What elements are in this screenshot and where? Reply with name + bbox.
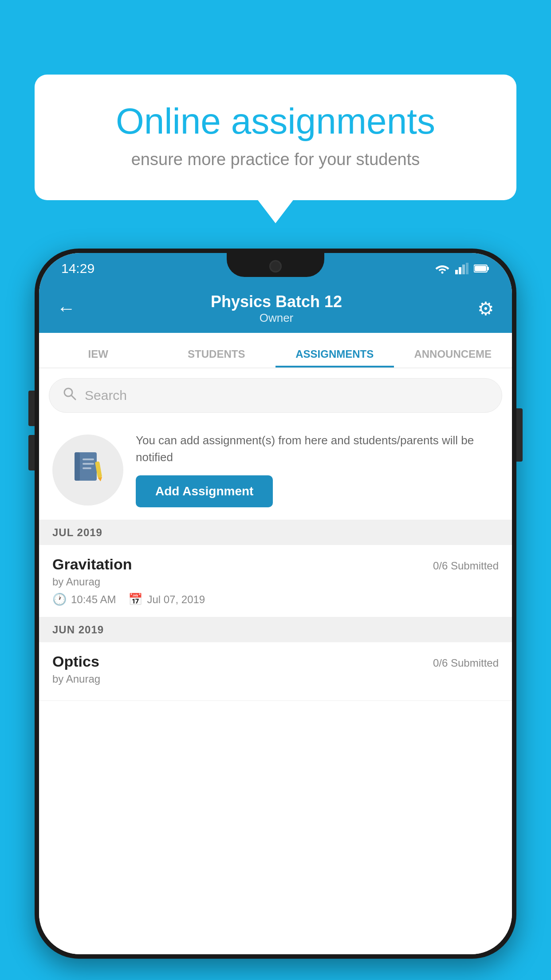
search-bar[interactable]: Search	[49, 378, 502, 413]
phone-screen: 14:29	[39, 253, 512, 954]
assignment-row1: Gravitation 0/6 Submitted	[52, 556, 499, 573]
svg-marker-16	[98, 477, 102, 482]
search-icon	[63, 387, 77, 404]
assignment-time-value: 10:45 AM	[71, 593, 116, 606]
screen-content: Search	[39, 368, 512, 954]
settings-icon[interactable]: ⚙	[477, 298, 494, 320]
promo-block: You can add assignment(s) from here and …	[39, 420, 512, 520]
assignment-meta-gravitation: 🕐 10:45 AM 📅 Jul 07, 2019	[52, 593, 499, 606]
tab-iew[interactable]: IEW	[39, 348, 157, 368]
svg-rect-4	[466, 263, 468, 274]
svg-rect-1	[455, 270, 458, 274]
volume-up-button	[28, 391, 35, 426]
clock-icon: 🕐	[52, 593, 67, 606]
camera	[269, 260, 282, 273]
section-header-jun: JUN 2019	[39, 617, 512, 642]
phone-frame: 14:29	[35, 249, 516, 959]
svg-rect-7	[475, 266, 486, 271]
assignment-row1-optics: Optics 0/6 Submitted	[52, 653, 499, 670]
svg-rect-14	[83, 467, 91, 469]
section-header-jul: JUL 2019	[39, 520, 512, 545]
header-title: Physics Batch 12	[211, 292, 342, 311]
assignment-time: 🕐 10:45 AM	[52, 593, 116, 606]
assignment-submitted-gravitation: 0/6 Submitted	[433, 560, 499, 572]
svg-rect-3	[462, 265, 465, 274]
promo-icon-circle	[52, 435, 123, 506]
power-button	[516, 408, 523, 462]
wifi-icon	[435, 263, 450, 274]
back-button[interactable]: ←	[57, 298, 75, 319]
search-input-placeholder: Search	[85, 388, 127, 403]
battery-icon	[474, 264, 490, 273]
speech-bubble-title: Online assignments	[70, 101, 481, 141]
svg-rect-13	[83, 463, 94, 465]
svg-line-9	[71, 395, 75, 399]
volume-down-button	[28, 435, 35, 470]
app-header: ← Physics Batch 12 Owner ⚙	[39, 284, 512, 333]
tab-announcements[interactable]: ANNOUNCEME	[394, 348, 512, 368]
tab-students[interactable]: STUDENTS	[157, 348, 276, 368]
svg-rect-6	[487, 267, 489, 270]
speech-bubble: Online assignments ensure more practice …	[35, 75, 516, 200]
tab-assignments[interactable]: ASSIGNMENTS	[276, 348, 394, 368]
assignment-submitted-optics: 0/6 Submitted	[433, 657, 499, 669]
promo-description: You can add assignment(s) from here and …	[136, 432, 499, 466]
status-time: 14:29	[61, 261, 94, 276]
notch	[227, 253, 324, 277]
svg-point-0	[441, 272, 444, 274]
svg-rect-2	[459, 267, 461, 274]
calendar-icon: 📅	[128, 593, 142, 606]
header-title-block: Physics Batch 12 Owner	[211, 292, 342, 325]
assignment-author-optics: by Anurag	[52, 673, 499, 685]
add-assignment-button[interactable]: Add Assignment	[136, 475, 273, 507]
tabs-bar: IEW STUDENTS ASSIGNMENTS ANNOUNCEME	[39, 333, 512, 368]
assignment-item-gravitation[interactable]: Gravitation 0/6 Submitted by Anurag 🕐 10…	[39, 545, 512, 617]
svg-rect-11	[75, 452, 80, 481]
assignment-author-gravitation: by Anurag	[52, 576, 499, 588]
status-icons	[435, 263, 490, 274]
assignment-title-gravitation: Gravitation	[52, 556, 132, 573]
promo-text-block: You can add assignment(s) from here and …	[136, 432, 499, 507]
assignment-date: 📅 Jul 07, 2019	[128, 593, 205, 606]
header-subtitle: Owner	[211, 311, 342, 325]
assignment-date-value: Jul 07, 2019	[147, 593, 205, 606]
speech-bubble-subtitle: ensure more practice for your students	[70, 150, 481, 169]
signal-icon	[455, 263, 468, 274]
assignment-item-optics[interactable]: Optics 0/6 Submitted by Anurag	[39, 642, 512, 701]
svg-rect-12	[83, 458, 94, 460]
assignment-title-optics: Optics	[52, 653, 99, 670]
notebook-icon	[70, 449, 106, 491]
speech-bubble-container: Online assignments ensure more practice …	[35, 75, 516, 200]
